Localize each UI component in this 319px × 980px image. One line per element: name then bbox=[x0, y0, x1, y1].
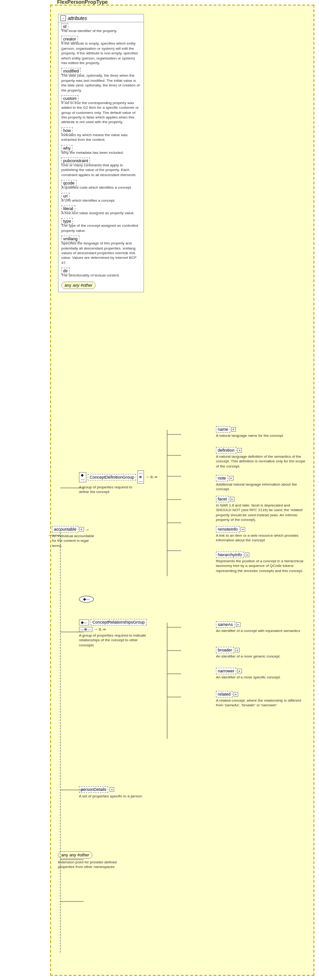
concept-def-group-desc: A group of properties required to define… bbox=[79, 485, 142, 495]
concept-def-multiplicity: 0..∞ bbox=[150, 475, 157, 479]
attr-why-desc: Why the metadata has been included. bbox=[61, 151, 141, 155]
attributes-box: − attributes id The local identifier of … bbox=[58, 14, 144, 292]
concept-broader-label: broader bbox=[216, 647, 234, 653]
attr-xmllang-item: xmllang Specifies the language of this p… bbox=[59, 235, 143, 267]
concept-facet-label: facet bbox=[216, 496, 229, 502]
accountable-plus-icon[interactable]: + bbox=[79, 527, 84, 532]
person-details-label: personDetails bbox=[79, 786, 108, 793]
concept-remoteinfo-plus[interactable]: + bbox=[241, 527, 245, 532]
concept-note-plus[interactable]: + bbox=[229, 476, 234, 480]
person-details-plus[interactable]: + bbox=[110, 787, 114, 792]
concept-rel-group-header: ◆— ConceptRelationshipsGroup —⊕— → 0..∞ bbox=[79, 619, 149, 632]
concept-facet-item: facet + In NAR 1.8 and later, facet is d… bbox=[216, 496, 306, 523]
main-container: FlexPersonPropType − attributes id The l… bbox=[0, 0, 319, 980]
concept-definition-plus[interactable]: + bbox=[237, 448, 242, 453]
concept-name-item: name + A natural language name for the c… bbox=[216, 426, 306, 438]
attr-qcode-item: qcode A qualified code which identifies … bbox=[59, 179, 143, 191]
concept-hierarchyinfo-desc: Represents the position of a concept in … bbox=[216, 559, 306, 573]
accountable-label: accountable bbox=[52, 526, 78, 533]
any-other-attr-pill: any any #other bbox=[61, 282, 96, 289]
concept-remoteinfo-item: remoteInfo + A link to an item or a web … bbox=[216, 526, 306, 543]
attr-creator-item: creator If the attribute is empty, speci… bbox=[59, 35, 143, 67]
any-other-attr-any: any bbox=[65, 283, 72, 288]
concept-name-label: name bbox=[216, 426, 230, 433]
attributes-label: attributes bbox=[68, 16, 87, 21]
concept-rel-connector: ◆— bbox=[79, 619, 89, 625]
concept-broader-plus[interactable]: + bbox=[235, 648, 240, 652]
attributes-expand-icon[interactable]: − bbox=[60, 15, 66, 21]
attr-creator-desc: If the attribute is empty, specifies whi… bbox=[61, 41, 141, 66]
flex-title: FlexPersonPropType bbox=[56, 0, 109, 5]
person-details-header: personDetails + bbox=[79, 786, 144, 793]
concept-sameas-label: sameAs bbox=[216, 621, 235, 628]
attr-pubconstraint-item: pubconstraint One or many constraints th… bbox=[59, 157, 143, 179]
concept-note-desc: Additional natural language information … bbox=[216, 482, 306, 492]
attr-type-item: type The type of the concept assigned as… bbox=[59, 217, 143, 235]
concept-def-mult-box: —⊕— bbox=[137, 470, 144, 484]
concept-related-label: related bbox=[216, 691, 233, 697]
concept-rel-mult-arrow: → bbox=[94, 627, 98, 631]
concept-def-group-box: ◆— ConceptDefinitionGroup —⊕— → 0..∞ A g… bbox=[79, 470, 142, 495]
concept-rel-mult-box: —⊕— bbox=[79, 627, 92, 632]
attr-how-item: how Indicates by which means the value w… bbox=[59, 126, 143, 144]
concept-note-item: note + Additional natural language infor… bbox=[216, 475, 306, 492]
concept-def-ellipse-connector: ◆— bbox=[79, 596, 94, 603]
any-other-attr-label: any #other bbox=[73, 283, 93, 288]
any-other-bottom-label: any #other bbox=[70, 853, 90, 857]
concept-related-plus[interactable]: + bbox=[234, 692, 238, 697]
attr-id-desc: The local identifier of the property. bbox=[61, 29, 141, 33]
any-other-bottom-pill: any any #other bbox=[58, 851, 92, 859]
concept-remoteinfo-desc: A link to an item or a web resource whic… bbox=[216, 533, 306, 543]
attr-uri-item: uri A URI which identifies a concept. bbox=[59, 192, 143, 204]
attr-modified-item: modified The date (and, optionally, the … bbox=[59, 67, 143, 94]
attr-custom-desc: If set to true the corresponding propert… bbox=[61, 101, 141, 125]
attributes-header: − attributes bbox=[59, 14, 143, 22]
concept-rel-group-box: ◆— ConceptRelationshipsGroup —⊕— → 0..∞ … bbox=[79, 619, 149, 648]
attr-xmllang-desc: Specifies the language of this property … bbox=[61, 241, 141, 265]
concept-remoteinfo-label: remoteInfo bbox=[216, 526, 240, 533]
concept-broader-desc: An identifier of a more generic concept. bbox=[216, 654, 306, 659]
attr-literal-desc: A free-text value assigned as property v… bbox=[61, 211, 141, 216]
concept-narrower-label: narrower bbox=[216, 668, 236, 674]
concept-sameas-item: sameAs + An identifier of a concept with… bbox=[216, 621, 306, 633]
concept-narrower-desc: An identifier of a more specific concept… bbox=[216, 675, 306, 680]
any-other-bottom-any: any bbox=[61, 853, 68, 857]
accountable-section: accountable + → An individual accountabl… bbox=[52, 526, 98, 548]
concept-note-label: note bbox=[216, 475, 228, 481]
any-other-attr-container: any any #other bbox=[59, 280, 143, 292]
concept-narrower-item: narrower + An identifier of a more speci… bbox=[216, 668, 306, 680]
attr-dir-desc: The directionality of textual content. bbox=[61, 273, 141, 278]
concept-narrower-plus[interactable]: + bbox=[237, 669, 242, 673]
concept-hierarchyinfo-item: hierarchyInfo + Represents the position … bbox=[216, 552, 306, 573]
attr-uri-desc: A URI which identifies a concept. bbox=[61, 198, 141, 203]
concept-rel-multiplicity: 0..∞ bbox=[99, 627, 106, 631]
outer-box: FlexPersonPropType − attributes id The l… bbox=[50, 5, 314, 976]
concept-related-desc: A related concept, where the relationshi… bbox=[216, 698, 306, 708]
attr-type-desc: The type of the concept assigned as cont… bbox=[61, 224, 141, 233]
ellipse-icon: ◆— bbox=[79, 596, 94, 603]
concept-broader-item: broader + An identifier of a more generi… bbox=[216, 647, 306, 659]
any-other-bottom-box: any any #other Extension point for provi… bbox=[58, 851, 123, 870]
concept-related-item: related + A related concept, where the r… bbox=[216, 691, 306, 708]
person-details-desc: A set of properties specific to a person bbox=[79, 794, 144, 799]
accountable-desc: An individual accountable for the conten… bbox=[52, 534, 98, 548]
accountable-name-row: accountable + → bbox=[52, 526, 98, 533]
concept-def-mult-arrow: → bbox=[145, 475, 149, 479]
accountable-arrow: → bbox=[85, 527, 90, 532]
concept-facet-plus[interactable]: + bbox=[230, 497, 234, 501]
concept-def-connector: ◆— bbox=[79, 472, 86, 482]
attr-how-desc: Indicates by which means the value was e… bbox=[61, 133, 141, 143]
concept-sameas-plus[interactable]: + bbox=[236, 622, 241, 627]
concept-hierarchyinfo-label: hierarchyInfo bbox=[216, 552, 244, 558]
concept-definition-desc: A natural language definition of the sem… bbox=[216, 454, 306, 469]
concept-definition-item: definition + A natural language definiti… bbox=[216, 447, 306, 469]
concept-facet-desc: In NAR 1.8 and later, facet is deprecate… bbox=[216, 503, 306, 523]
concept-name-plus[interactable]: + bbox=[231, 427, 236, 432]
concept-rel-group-label: ConceptRelationshipsGroup bbox=[91, 619, 147, 625]
concept-hierarchyinfo-plus[interactable]: + bbox=[245, 552, 249, 557]
concept-def-group-label: ConceptDefinitionGroup bbox=[88, 474, 136, 480]
attr-dir-item: dir The directionality of textual conten… bbox=[59, 267, 143, 279]
any-other-bottom-desc: Extension point for provider-defined pro… bbox=[58, 860, 123, 870]
person-details-box: personDetails + A set of properties spec… bbox=[79, 786, 144, 799]
concept-name-desc: A natural language name for the concept. bbox=[216, 434, 306, 438]
